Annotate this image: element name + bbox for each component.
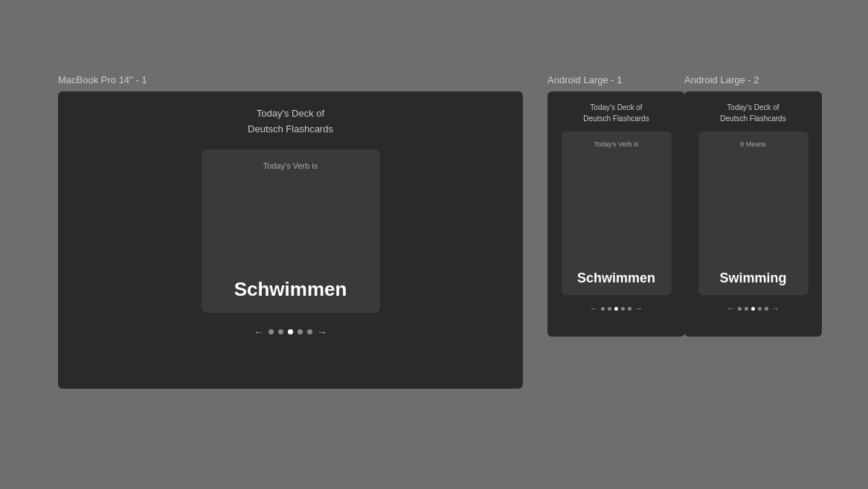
a2-dot-3[interactable] bbox=[751, 307, 755, 311]
macbook-deck-title: Today's Deck of Deutsch Flashcards bbox=[248, 106, 333, 137]
a2-dot-5[interactable] bbox=[765, 307, 768, 311]
a1-dot-1[interactable] bbox=[601, 307, 605, 311]
a2-dot-1[interactable] bbox=[738, 307, 742, 311]
macbook-prev-arrow[interactable]: ← bbox=[254, 326, 264, 338]
android2-next-arrow[interactable]: → bbox=[771, 304, 779, 313]
a1-dot-5[interactable] bbox=[628, 307, 631, 311]
android2-card[interactable]: It Means Swimming bbox=[698, 132, 808, 295]
android1-deck-title: Today's Deck of Deutsch Flashcards bbox=[583, 102, 649, 124]
android1-frame: Today's Deck of Deutsch Flashcards Today… bbox=[547, 91, 685, 337]
dot-4[interactable] bbox=[298, 329, 303, 334]
macbook-card-label: Today's Verb is bbox=[263, 161, 318, 170]
android2-nav: ← → bbox=[727, 304, 779, 313]
dot-5[interactable] bbox=[307, 329, 312, 334]
a1-dot-2[interactable] bbox=[608, 307, 611, 311]
android1-prev-arrow[interactable]: ← bbox=[590, 304, 598, 313]
android2-label: Android Large - 2 bbox=[684, 74, 822, 85]
macbook-label: MacBook Pro 14" - 1 bbox=[58, 74, 527, 85]
android1-label: Android Large - 1 bbox=[547, 74, 685, 85]
android1-card-word: Schwimmen bbox=[577, 271, 655, 286]
macbook-nav: ← → bbox=[254, 326, 327, 338]
a2-dot-4[interactable] bbox=[758, 307, 762, 311]
android2-card-label: It Means bbox=[740, 140, 766, 148]
macbook-next-arrow[interactable]: → bbox=[317, 326, 327, 338]
a2-dot-2[interactable] bbox=[745, 307, 748, 311]
macbook-section: MacBook Pro 14" - 1 Today's Deck of Deut… bbox=[58, 74, 527, 389]
macbook-frame: Today's Deck of Deutsch Flashcards Today… bbox=[58, 91, 523, 389]
a1-dot-4[interactable] bbox=[621, 307, 625, 311]
android2-prev-arrow[interactable]: ← bbox=[727, 304, 735, 313]
android2-section: Android Large - 2 Today's Deck of Deutsc… bbox=[684, 74, 822, 337]
android2-frame: Today's Deck of Deutsch Flashcards It Me… bbox=[684, 91, 822, 337]
dot-1[interactable] bbox=[269, 329, 274, 334]
macbook-card[interactable]: Today's Verb is Schwimmen bbox=[202, 149, 380, 313]
a1-dot-3[interactable] bbox=[614, 307, 618, 311]
android1-card[interactable]: Today's Verb is Schwimmen bbox=[562, 132, 672, 295]
android1-card-label: Today's Verb is bbox=[594, 140, 638, 148]
android1-nav: ← → bbox=[590, 304, 643, 313]
dot-3[interactable] bbox=[288, 329, 293, 334]
android1-section: Android Large - 1 Today's Deck of Deutsc… bbox=[547, 74, 685, 337]
dot-2[interactable] bbox=[278, 329, 283, 334]
android2-deck-title: Today's Deck of Deutsch Flashcards bbox=[720, 102, 785, 124]
android2-card-word: Swimming bbox=[719, 271, 786, 286]
macbook-card-word: Schwimmen bbox=[234, 278, 347, 301]
android1-next-arrow[interactable]: → bbox=[634, 304, 643, 313]
